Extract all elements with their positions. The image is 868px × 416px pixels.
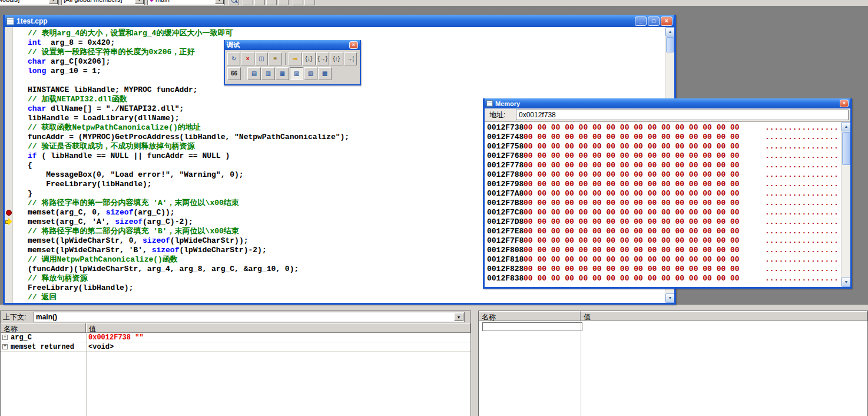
chevron-down-icon[interactable]: ▼ <box>215 0 224 4</box>
editor-margin[interactable] <box>5 27 13 303</box>
expand-icon[interactable]: + <box>2 344 8 349</box>
show-next-statement-button[interactable]: ⇒ <box>289 52 302 65</box>
expand-icon[interactable]: + <box>2 335 8 340</box>
breakpoint-icon[interactable] <box>6 210 12 216</box>
memory-window-icon <box>486 100 493 107</box>
context-combobox[interactable]: main() ▼ <box>34 312 465 322</box>
memory-ascii: ................ <box>765 142 839 151</box>
scroll-down-icon[interactable]: ▼ <box>665 293 674 303</box>
memory-rows: 0012F73800 00 00 00 00 00 00 00 00 00 00… <box>487 123 840 287</box>
memory-hex-bytes: 00 00 00 00 00 00 00 00 00 00 00 00 00 0… <box>524 274 765 283</box>
call-stack-window-button[interactable]: ▧ <box>304 67 317 80</box>
toolbar-button[interactable] <box>278 0 289 5</box>
apply-code-changes-button[interactable]: ≡ <box>269 52 281 65</box>
source-window-titlebar[interactable]: 1test.cpp _ □ × <box>5 15 674 27</box>
chevron-down-icon[interactable]: ▼ <box>454 313 463 321</box>
toolbar-button[interactable] <box>304 0 315 5</box>
variable-row[interactable]: +memset returned<void> <box>1 342 471 352</box>
memory-address: 0012F768 <box>487 151 524 161</box>
memory-vertical-scrollbar[interactable]: ▲ ▼ <box>841 122 850 287</box>
stop-debugging-button[interactable]: × <box>241 52 254 65</box>
bottom-dock: 上下文: main() ▼ 名称 值 +arg_C0x0012F738 ""+m… <box>0 305 868 416</box>
run-to-cursor-button[interactable]: →¦ <box>344 52 357 65</box>
step-over-button[interactable]: {→} <box>316 52 329 65</box>
debug-toolbar-title: 调试 <box>227 41 240 49</box>
members-combobox[interactable]: [All global members] ▼ <box>61 0 145 5</box>
memory-row: 0012F74800 00 00 00 00 00 00 00 00 00 00… <box>487 133 840 142</box>
scroll-up-icon[interactable]: ▲ <box>665 27 674 37</box>
minimize-button[interactable]: _ <box>635 16 647 26</box>
quickwatch-button[interactable]: 66 <box>227 67 241 80</box>
scroll-up-icon[interactable]: ▲ <box>842 122 850 131</box>
step-into-button[interactable]: {↓} <box>302 52 315 65</box>
scrollbar-thumb[interactable] <box>842 132 850 165</box>
scroll-down-icon[interactable]: ▼ <box>842 278 850 287</box>
memory-dump-area[interactable]: 0012F73800 00 00 00 00 00 00 00 00 00 00… <box>485 121 850 287</box>
memory-hex-bytes: 00 00 00 00 00 00 00 00 00 00 00 00 00 0… <box>524 142 765 151</box>
memory-hex-bytes: 00 00 00 00 00 00 00 00 00 00 00 00 00 0… <box>524 199 765 208</box>
column-header-value[interactable]: 值 <box>581 311 867 321</box>
function-diamond-icon: ◆ <box>150 0 154 2</box>
chevron-down-icon[interactable]: ▼ <box>49 0 58 4</box>
toolbar-separator <box>285 53 286 65</box>
memory-window-titlebar[interactable]: Memory × <box>485 98 850 108</box>
memory-ascii: ................ <box>765 180 839 189</box>
memory-ascii: ................ <box>765 265 839 274</box>
registers-window-button[interactable]: ▦ <box>276 67 289 80</box>
memory-hex-bytes: 00 00 00 00 00 00 00 00 00 00 00 00 00 0… <box>524 151 765 161</box>
members-combobox-value: [All global members] <box>64 0 122 3</box>
code-line: // 返回 <box>28 293 665 302</box>
memory-window: Memory × 地址: 0x0012f738 0012F73800 00 00… <box>483 98 852 289</box>
memory-address: 0012F738 <box>487 123 524 133</box>
memory-row: 0012F81800 00 00 00 00 00 00 00 00 00 00… <box>487 255 840 265</box>
toolbar-button[interactable] <box>254 0 265 5</box>
memory-address: 0012F7D8 <box>487 217 524 227</box>
chevron-down-icon[interactable]: ▼ <box>135 0 144 4</box>
break-execution-button[interactable]: ◫ <box>255 52 268 65</box>
memory-ascii: ................ <box>765 208 839 217</box>
search-icon[interactable] <box>228 0 239 5</box>
memory-ascii: ................ <box>765 161 839 170</box>
function-combobox[interactable]: ◆ main ▼ <box>147 0 225 5</box>
column-divider[interactable] <box>581 321 581 416</box>
toolbar-button[interactable] <box>293 0 303 5</box>
current-statement-arrow-icon <box>5 218 12 225</box>
column-header-value[interactable]: 值 <box>86 323 471 333</box>
close-button[interactable]: × <box>840 100 849 107</box>
column-divider[interactable] <box>86 333 87 416</box>
watch-window-button[interactable]: ▤ <box>247 67 261 80</box>
address-input[interactable]: 0x0012f738 <box>516 110 849 120</box>
memory-row: 0012F7D800 00 00 00 00 00 00 00 00 00 00… <box>487 217 840 227</box>
memory-hex-bytes: 00 00 00 00 00 00 00 00 00 00 00 00 00 0… <box>524 208 765 217</box>
variables-window-button[interactable]: ▥ <box>261 67 275 80</box>
toolbar-button[interactable] <box>266 0 277 5</box>
close-button[interactable]: × <box>661 16 672 26</box>
memory-ascii: ................ <box>765 151 839 161</box>
disassembly-window-button[interactable]: ▩ <box>318 67 332 80</box>
column-header-name[interactable]: 名称 <box>479 311 581 321</box>
maximize-button[interactable]: □ <box>648 16 660 26</box>
debug-toolbar-titlebar[interactable]: 调试 × <box>225 40 360 50</box>
toolbar-button[interactable] <box>243 0 253 5</box>
watch-panel: 名称 值 <box>478 311 868 416</box>
memory-address-row: 地址: 0x0012f738 <box>485 108 850 121</box>
source-window-title: 1test.cpp <box>16 17 48 25</box>
column-header-name[interactable]: 名称 <box>1 323 86 333</box>
close-button[interactable]: × <box>349 41 358 49</box>
globals-combobox[interactable]: [Globals] ▼ <box>0 0 59 5</box>
top-toolbar: [Globals] ▼ [All global members] ▼ ◆ mai… <box>0 0 868 6</box>
memory-window-title: Memory <box>495 100 520 107</box>
memory-address: 0012F748 <box>487 133 524 142</box>
memory-window-button[interactable]: ▨ <box>290 67 303 80</box>
variable-value: 0x0012F738 "" <box>86 334 471 342</box>
scrollbar-thumb[interactable] <box>666 37 674 52</box>
memory-address: 0012F808 <box>487 246 524 255</box>
variables-panel: 上下文: main() ▼ 名称 值 +arg_C0x0012F738 ""+m… <box>0 311 471 416</box>
memory-row: 0012F80800 00 00 00 00 00 00 00 00 00 00… <box>487 246 840 255</box>
context-row: 上下文: main() ▼ <box>1 311 471 323</box>
step-out-button[interactable]: {↑} <box>330 52 343 65</box>
restart-button[interactable]: ↻ <box>227 52 240 65</box>
watch-edit-input[interactable] <box>482 322 582 331</box>
variables-grid-header: 名称 值 <box>1 323 471 333</box>
variable-row[interactable]: +arg_C0x0012F738 "" <box>1 333 471 342</box>
